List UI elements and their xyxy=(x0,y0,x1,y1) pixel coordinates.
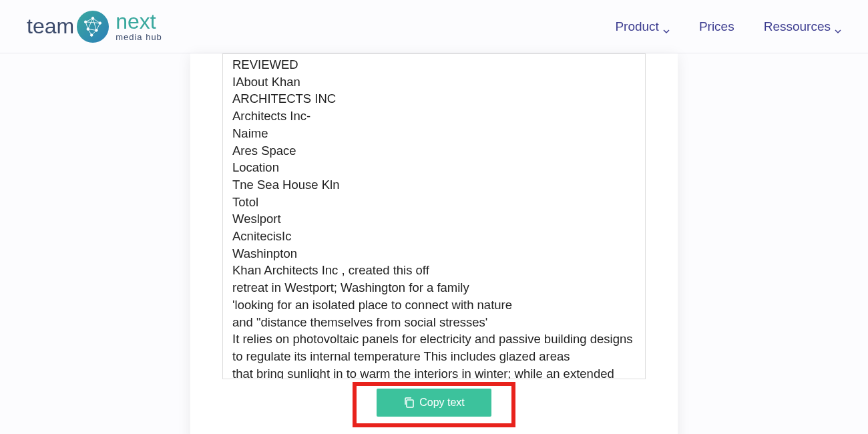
logo-icon xyxy=(77,11,109,43)
svg-line-8 xyxy=(85,21,88,29)
chevron-down-icon xyxy=(663,23,670,30)
copy-button-wrap: Copy text xyxy=(222,389,646,417)
content-card: REVIEWED IAbout Khan ARCHITECTS INC Arch… xyxy=(190,53,678,434)
logo-team-text: team xyxy=(27,14,74,39)
nav-product-label: Product xyxy=(615,19,658,34)
nav-resources-label: Ressources xyxy=(764,19,831,34)
svg-line-11 xyxy=(88,29,91,35)
svg-line-9 xyxy=(97,23,100,30)
extracted-text-box[interactable]: REVIEWED IAbout Khan ARCHITECTS INC Arch… xyxy=(222,53,646,379)
logo[interactable]: team next media xyxy=(27,11,162,43)
header: team next media xyxy=(0,0,868,53)
logo-next-text: next xyxy=(116,11,162,32)
nav-prices[interactable]: Prices xyxy=(699,19,734,34)
main: REVIEWED IAbout Khan ARCHITECTS INC Arch… xyxy=(0,53,868,434)
svg-line-12 xyxy=(91,30,96,35)
chevron-down-icon xyxy=(835,23,841,30)
logo-subtitle: media hub xyxy=(116,32,162,42)
nav-product[interactable]: Product xyxy=(615,19,669,34)
highlight-annotation xyxy=(353,382,515,427)
nav-resources[interactable]: Ressources xyxy=(764,19,841,34)
logo-next-wrap: next media hub xyxy=(116,11,162,42)
nav-prices-label: Prices xyxy=(699,19,734,34)
nav: Product Prices Ressources xyxy=(615,19,841,34)
svg-line-13 xyxy=(88,18,93,29)
svg-line-15 xyxy=(85,21,100,23)
